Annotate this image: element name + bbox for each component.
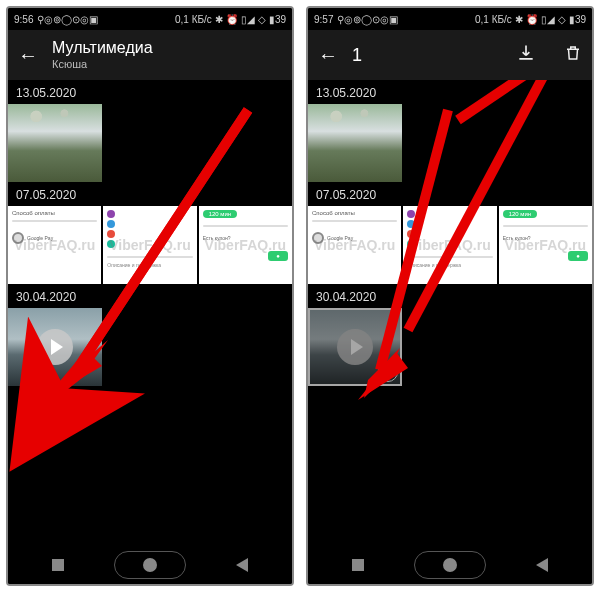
- nav-recent-icon[interactable]: [352, 559, 364, 571]
- nav-back-icon[interactable]: [236, 558, 248, 572]
- back-icon[interactable]: ←: [18, 44, 38, 67]
- date-group-label: 30.04.2020: [308, 284, 592, 308]
- date-group-label: 13.05.2020: [308, 80, 592, 104]
- page-title: Мультимедиа: [52, 39, 153, 57]
- signal-icon: ▯◢: [541, 14, 555, 25]
- status-bar: 9:57 ⚲◎⊚◯⊙◎▣ 0,1 КБ/с ✱ ⏰ ▯◢ ◇ ▮39: [308, 8, 592, 30]
- media-content: 13.05.2020 07.05.2020 Способ оплаты Goog…: [8, 80, 292, 546]
- media-thumb-screenshot[interactable]: 120 мин Есть купон? ● ViberFAQ.ru: [199, 206, 292, 284]
- selection-check-icon: ✓: [378, 362, 398, 382]
- media-thumb-video[interactable]: [8, 308, 102, 386]
- media-thumb-screenshot[interactable]: Описание и поддержка ViberFAQ.ru: [103, 206, 196, 284]
- alarm-icon: ⏰: [226, 14, 238, 25]
- play-icon: [37, 329, 73, 365]
- media-content: 13.05.2020 07.05.2020 Способ оплаты Goog…: [308, 80, 592, 546]
- signal-icon: ▯◢: [241, 14, 255, 25]
- download-icon[interactable]: [516, 43, 536, 68]
- nav-back-icon[interactable]: [536, 558, 548, 572]
- date-group-label: 07.05.2020: [8, 182, 292, 206]
- wifi-icon: ◇: [258, 14, 266, 25]
- nav-bar: [8, 546, 292, 584]
- media-thumb-screenshot[interactable]: Описание и поддержка ViberFAQ.ru: [403, 206, 496, 284]
- net-speed: 0,1 КБ/с: [475, 14, 512, 25]
- date-group-label: 13.05.2020: [8, 80, 292, 104]
- media-thumb-photo[interactable]: [308, 104, 402, 182]
- delete-icon[interactable]: [564, 43, 582, 68]
- status-time: 9:57: [314, 14, 333, 25]
- wifi-icon: ◇: [558, 14, 566, 25]
- screenshot-left: 9:56 ⚲◎⊚◯⊙◎▣ 0,1 КБ/с ✱ ⏰ ▯◢ ◇ ▮39 ← Мул…: [6, 6, 294, 586]
- media-thumb-screenshot[interactable]: Способ оплаты Google Pay ViberFAQ.ru: [308, 206, 401, 284]
- play-icon: [337, 329, 373, 365]
- bt-icon: ✱: [215, 14, 223, 25]
- battery-icon: ▮39: [269, 14, 286, 25]
- battery-icon: ▮39: [569, 14, 586, 25]
- media-thumb-screenshot[interactable]: Способ оплаты Google Pay ViberFAQ.ru: [8, 206, 101, 284]
- page-subtitle: Ксюша: [52, 58, 153, 71]
- status-bar: 9:56 ⚲◎⊚◯⊙◎▣ 0,1 КБ/с ✱ ⏰ ▯◢ ◇ ▮39: [8, 8, 292, 30]
- status-icons-left: ⚲◎⊚◯⊙◎▣: [337, 14, 398, 25]
- nav-recent-icon[interactable]: [52, 559, 64, 571]
- status-time: 9:56: [14, 14, 33, 25]
- media-thumb-video-selected[interactable]: ✓: [308, 308, 402, 386]
- media-thumb-screenshot[interactable]: 120 мин Есть купон? ● ViberFAQ.ru: [499, 206, 592, 284]
- nav-home-button[interactable]: [414, 551, 486, 579]
- app-header: ← Мультимедиа Ксюша: [8, 30, 292, 80]
- status-icons-left: ⚲◎⊚◯⊙◎▣: [37, 14, 98, 25]
- date-group-label: 30.04.2020: [8, 284, 292, 308]
- back-icon[interactable]: ←: [318, 44, 338, 67]
- selection-count: 1: [352, 45, 362, 66]
- nav-bar: [308, 546, 592, 584]
- screenshot-right: 9:57 ⚲◎⊚◯⊙◎▣ 0,1 КБ/с ✱ ⏰ ▯◢ ◇ ▮39 ← 1: [306, 6, 594, 586]
- media-thumb-photo[interactable]: [8, 104, 102, 182]
- net-speed: 0,1 КБ/с: [175, 14, 212, 25]
- alarm-icon: ⏰: [526, 14, 538, 25]
- nav-home-button[interactable]: [114, 551, 186, 579]
- date-group-label: 07.05.2020: [308, 182, 592, 206]
- bt-icon: ✱: [515, 14, 523, 25]
- selection-header: ← 1: [308, 30, 592, 80]
